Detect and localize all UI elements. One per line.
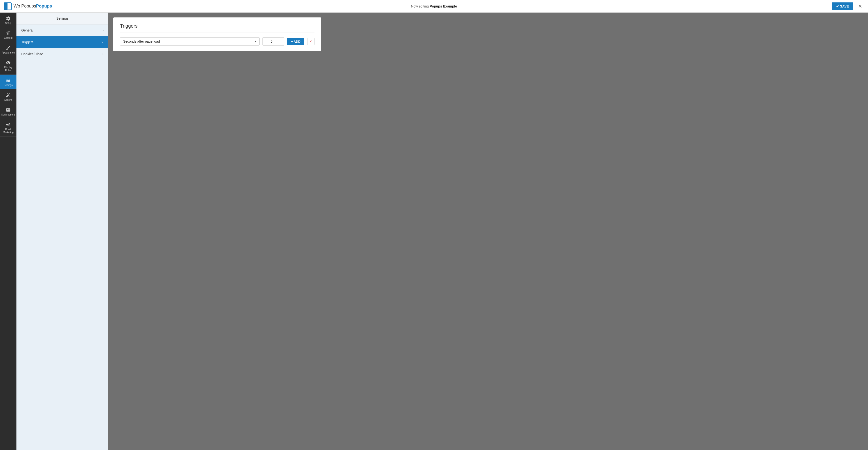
app-name: Wp PopupsPopups xyxy=(13,4,52,9)
accordion-cookies: Cookies/Close › xyxy=(17,48,108,60)
remove-trigger-button[interactable]: × xyxy=(307,38,314,45)
sidebar-item-setup[interactable]: Setup xyxy=(0,12,17,27)
main-layout: Setup Content Appearance Display Rules S xyxy=(0,12,868,450)
trigger-row: Seconds after page loadOn clickOn scroll… xyxy=(120,37,314,46)
sidebar-item-setup-label: Setup xyxy=(5,22,11,25)
svg-rect-1 xyxy=(4,3,7,10)
logo-icon xyxy=(4,2,11,10)
sidebar-item-email-marketing[interactable]: Email Marketing xyxy=(0,119,17,137)
chevron-right-icon-cookies: › xyxy=(102,52,103,56)
sidebar-item-display-rules[interactable]: Display Rules xyxy=(0,57,17,75)
sidebar-item-optin-options[interactable]: Optin options xyxy=(0,104,17,119)
trigger-select-wrapper: Seconds after page loadOn clickOn scroll… xyxy=(120,37,259,46)
sidebar-dark: Setup Content Appearance Display Rules S xyxy=(0,12,17,450)
logo-area: Wp PopupsPopups xyxy=(4,2,52,10)
sidebar-item-appearance-label: Appearance xyxy=(2,51,15,54)
accordion-triggers: Triggers ∨ xyxy=(17,36,108,48)
trigger-type-select[interactable]: Seconds after page loadOn clickOn scroll… xyxy=(120,37,259,46)
add-trigger-button[interactable]: + ADD xyxy=(287,38,304,45)
sliders-icon xyxy=(6,78,11,83)
accordion-header-triggers[interactable]: Triggers ∨ xyxy=(17,36,108,48)
wand-icon xyxy=(6,93,11,97)
sidebar-item-addons[interactable]: Addons xyxy=(0,89,17,104)
envelope-icon xyxy=(6,108,11,112)
gear-icon xyxy=(6,16,11,21)
sidebar-item-settings[interactable]: Settings xyxy=(0,75,17,89)
accordion-header-general[interactable]: General › xyxy=(17,25,108,36)
brush-icon xyxy=(6,46,11,50)
sidebar-item-settings-label: Settings xyxy=(4,84,12,87)
save-button[interactable]: ✔ SAVE xyxy=(832,2,853,10)
chevron-down-icon-triggers: ∨ xyxy=(101,40,103,44)
sidebar-item-optin-options-label: Optin options xyxy=(1,113,16,116)
eye-icon xyxy=(6,60,11,65)
accordion-general: General › xyxy=(17,25,108,36)
megaphone-icon xyxy=(6,122,11,127)
top-right-actions: ✔ SAVE ✕ xyxy=(832,2,864,10)
top-bar: Wp PopupsPopups Now editing Popups Examp… xyxy=(0,0,868,12)
accordion-header-cookies[interactable]: Cookies/Close › xyxy=(17,48,108,60)
sidebar-item-display-rules-label: Display Rules xyxy=(1,66,16,72)
chevron-right-icon-general: › xyxy=(102,29,103,32)
triggers-card: Triggers Seconds after page loadOn click… xyxy=(113,18,321,51)
sidebar-item-content[interactable]: Content xyxy=(0,27,17,42)
accordion-triggers-label: Triggers xyxy=(21,40,34,44)
triggers-title: Triggers xyxy=(120,23,314,32)
settings-panel: Settings General › Triggers ∨ Cookies/Cl… xyxy=(17,12,108,450)
sidebar-item-content-label: Content xyxy=(4,36,12,39)
editing-indicator: Now editing Popups Example xyxy=(411,4,457,8)
font-icon xyxy=(6,31,11,36)
trigger-seconds-input[interactable] xyxy=(262,37,284,46)
sidebar-item-appearance[interactable]: Appearance xyxy=(0,42,17,57)
main-content: Triggers Seconds after page loadOn click… xyxy=(108,12,868,450)
sidebar-item-email-marketing-label: Email Marketing xyxy=(1,128,16,134)
settings-panel-title: Settings xyxy=(17,12,108,25)
close-button[interactable]: ✕ xyxy=(856,2,864,10)
accordion-cookies-label: Cookies/Close xyxy=(21,52,43,56)
accordion-general-label: General xyxy=(21,28,33,32)
sidebar-item-addons-label: Addons xyxy=(4,99,12,102)
